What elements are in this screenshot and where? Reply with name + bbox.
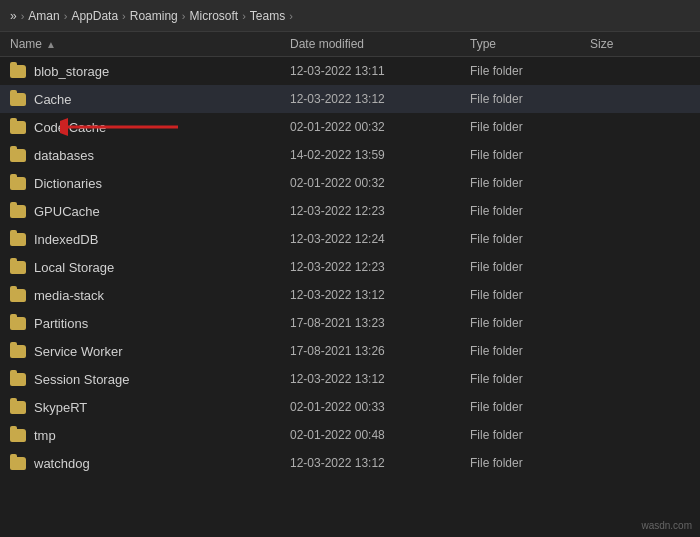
- date-cell: 12-03-2022 12:24: [290, 232, 470, 246]
- table-row[interactable]: tmp 02-01-2022 00:48 File folder: [0, 421, 700, 449]
- date-cell: 12-03-2022 13:12: [290, 288, 470, 302]
- breadcrumb-teams[interactable]: Teams: [250, 9, 285, 23]
- file-name-text: watchdog: [34, 456, 90, 471]
- col-type[interactable]: Type: [470, 37, 590, 51]
- date-cell: 17-08-2021 13:26: [290, 344, 470, 358]
- table-row[interactable]: Service Worker 17-08-2021 13:26 File fol…: [0, 337, 700, 365]
- type-cell: File folder: [470, 176, 590, 190]
- type-cell: File folder: [470, 148, 590, 162]
- file-name-text: blob_storage: [34, 64, 109, 79]
- table-row[interactable]: IndexedDB 12-03-2022 12:24 File folder: [0, 225, 700, 253]
- table-row[interactable]: SkypeRT 02-01-2022 00:33 File folder: [0, 393, 700, 421]
- file-name-text: IndexedDB: [34, 232, 98, 247]
- type-cell: File folder: [470, 288, 590, 302]
- breadcrumb-appdata[interactable]: AppData: [71, 9, 118, 23]
- file-name-text: Cache: [34, 92, 72, 107]
- column-header: Name ▲ Date modified Type Size: [0, 32, 700, 57]
- date-cell: 02-01-2022 00:48: [290, 428, 470, 442]
- table-row[interactable]: Partitions 17-08-2021 13:23 File folder: [0, 309, 700, 337]
- type-cell: File folder: [470, 372, 590, 386]
- date-cell: 02-01-2022 00:33: [290, 400, 470, 414]
- file-name-text: tmp: [34, 428, 56, 443]
- file-name-text: media-stack: [34, 288, 104, 303]
- type-cell: File folder: [470, 344, 590, 358]
- type-cell: File folder: [470, 400, 590, 414]
- file-name-text: SkypeRT: [34, 400, 87, 415]
- col-date[interactable]: Date modified: [290, 37, 470, 51]
- file-list[interactable]: blob_storage 12-03-2022 13:11 File folde…: [0, 57, 700, 477]
- date-cell: 12-03-2022 12:23: [290, 260, 470, 274]
- date-cell: 12-03-2022 13:12: [290, 372, 470, 386]
- file-name-cell: Local Storage: [10, 260, 290, 275]
- table-row[interactable]: GPUCache 12-03-2022 12:23 File folder: [0, 197, 700, 225]
- file-name-cell: IndexedDB: [10, 232, 290, 247]
- file-name-cell: Code Cache: [10, 120, 290, 135]
- folder-icon: [10, 149, 26, 162]
- folder-icon: [10, 261, 26, 274]
- breadcrumb-arrow[interactable]: »: [10, 9, 17, 23]
- watermark: wasdn.com: [641, 520, 692, 531]
- date-cell: 17-08-2021 13:23: [290, 316, 470, 330]
- folder-icon: [10, 289, 26, 302]
- file-name-text: databases: [34, 148, 94, 163]
- type-cell: File folder: [470, 92, 590, 106]
- folder-icon: [10, 345, 26, 358]
- file-name-text: Code Cache: [34, 120, 106, 135]
- table-row[interactable]: Session Storage 12-03-2022 13:12 File fo…: [0, 365, 700, 393]
- folder-icon: [10, 317, 26, 330]
- type-cell: File folder: [470, 316, 590, 330]
- table-row[interactable]: Cache 12-03-2022 13:12 File folder: [0, 85, 700, 113]
- file-name-cell: watchdog: [10, 456, 290, 471]
- table-row[interactable]: Code Cache 02-01-2022 00:32 File folder: [0, 113, 700, 141]
- type-cell: File folder: [470, 204, 590, 218]
- type-cell: File folder: [470, 428, 590, 442]
- file-name-cell: tmp: [10, 428, 290, 443]
- file-name-text: Partitions: [34, 316, 88, 331]
- type-cell: File folder: [470, 260, 590, 274]
- table-row[interactable]: Dictionaries 02-01-2022 00:32 File folde…: [0, 169, 700, 197]
- date-cell: 02-01-2022 00:32: [290, 176, 470, 190]
- file-name-text: Local Storage: [34, 260, 114, 275]
- table-row[interactable]: databases 14-02-2022 13:59 File folder: [0, 141, 700, 169]
- date-cell: 12-03-2022 13:12: [290, 92, 470, 106]
- breadcrumb-aman[interactable]: Aman: [28, 9, 59, 23]
- folder-icon: [10, 65, 26, 78]
- folder-icon: [10, 121, 26, 134]
- folder-icon: [10, 177, 26, 190]
- table-row[interactable]: watchdog 12-03-2022 13:12 File folder: [0, 449, 700, 477]
- date-cell: 12-03-2022 13:11: [290, 64, 470, 78]
- table-row[interactable]: media-stack 12-03-2022 13:12 File folder: [0, 281, 700, 309]
- date-cell: 02-01-2022 00:32: [290, 120, 470, 134]
- folder-icon: [10, 457, 26, 470]
- breadcrumb-microsoft[interactable]: Microsoft: [189, 9, 238, 23]
- col-size[interactable]: Size: [590, 37, 670, 51]
- file-name-cell: GPUCache: [10, 204, 290, 219]
- type-cell: File folder: [470, 456, 590, 470]
- table-row[interactable]: Local Storage 12-03-2022 12:23 File fold…: [0, 253, 700, 281]
- file-name-text: GPUCache: [34, 204, 100, 219]
- type-cell: File folder: [470, 64, 590, 78]
- col-name[interactable]: Name ▲: [10, 37, 290, 51]
- breadcrumb-roaming[interactable]: Roaming: [130, 9, 178, 23]
- file-name-cell: media-stack: [10, 288, 290, 303]
- type-cell: File folder: [470, 232, 590, 246]
- folder-icon: [10, 93, 26, 106]
- file-name-cell: Dictionaries: [10, 176, 290, 191]
- file-name-cell: Service Worker: [10, 344, 290, 359]
- file-name-text: Dictionaries: [34, 176, 102, 191]
- date-cell: 12-03-2022 12:23: [290, 204, 470, 218]
- explorer-wrapper: blob_storage 12-03-2022 13:11 File folde…: [0, 57, 700, 477]
- date-cell: 12-03-2022 13:12: [290, 456, 470, 470]
- file-name-cell: blob_storage: [10, 64, 290, 79]
- folder-icon: [10, 205, 26, 218]
- sort-arrow-icon: ▲: [46, 39, 56, 50]
- file-name-cell: Cache: [10, 92, 290, 107]
- date-cell: 14-02-2022 13:59: [290, 148, 470, 162]
- file-name-cell: Partitions: [10, 316, 290, 331]
- table-row[interactable]: blob_storage 12-03-2022 13:11 File folde…: [0, 57, 700, 85]
- folder-icon: [10, 373, 26, 386]
- file-name-cell: Session Storage: [10, 372, 290, 387]
- file-name-cell: SkypeRT: [10, 400, 290, 415]
- explorer-container: Name ▲ Date modified Type Size blob_stor…: [0, 32, 700, 537]
- folder-icon: [10, 233, 26, 246]
